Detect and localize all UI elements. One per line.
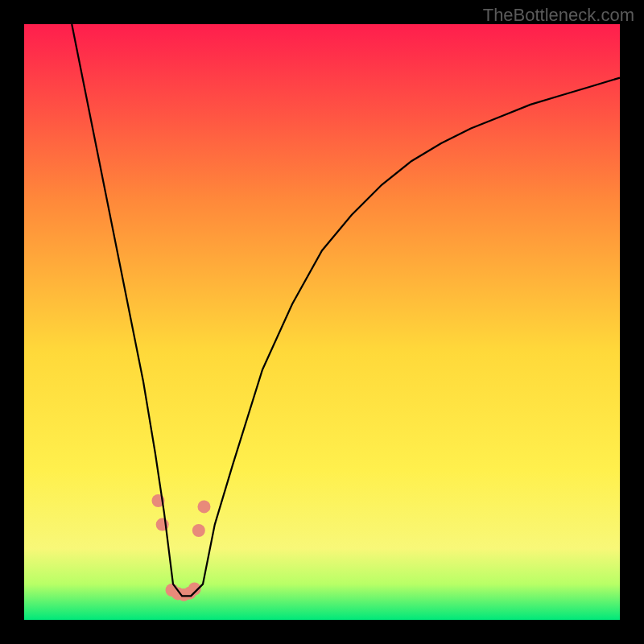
data-marker <box>192 524 205 537</box>
data-marker <box>197 500 210 513</box>
gradient-background <box>24 24 620 620</box>
bottleneck-chart <box>0 0 644 644</box>
chart-container: TheBottleneck.com <box>0 0 644 644</box>
watermark-text: TheBottleneck.com <box>483 5 634 26</box>
